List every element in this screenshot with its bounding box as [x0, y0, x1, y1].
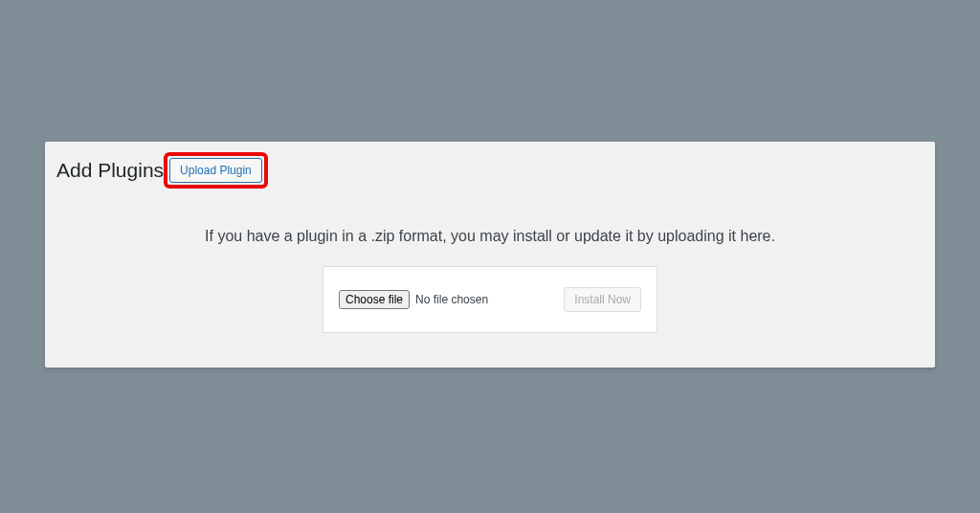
file-chosen-status: No file chosen [415, 293, 488, 306]
upload-plugin-wrapper: Upload Plugin [169, 158, 262, 183]
page-title: Add Plugins [56, 157, 164, 184]
file-input-group: Choose file No file chosen [339, 290, 488, 309]
install-now-button[interactable]: Install Now [564, 287, 641, 312]
add-plugins-panel: Add Plugins Upload Plugin If you have a … [45, 142, 935, 368]
panel-header: Add Plugins Upload Plugin [56, 157, 262, 184]
upload-instruction-text: If you have a plugin in a .zip format, y… [45, 228, 935, 245]
upload-form-box: Choose file No file chosen Install Now [323, 266, 657, 333]
upload-plugin-button[interactable]: Upload Plugin [169, 158, 262, 183]
choose-file-button[interactable]: Choose file [339, 290, 410, 309]
